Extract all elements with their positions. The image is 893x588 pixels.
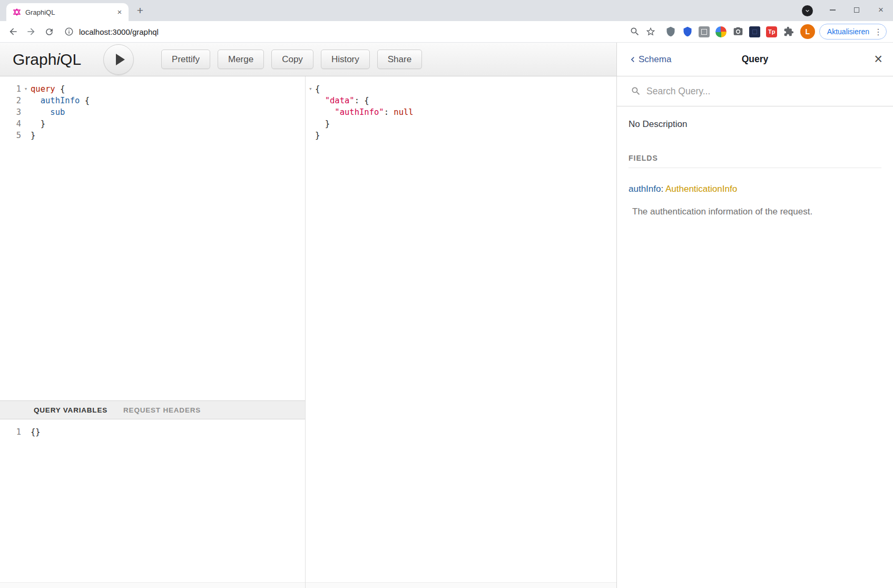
doc-close-icon[interactable]: ×	[874, 52, 882, 66]
graphiql-logo: GraphiQL	[13, 51, 81, 68]
graphql-favicon-icon	[13, 8, 21, 16]
doc-search-input[interactable]	[646, 86, 882, 97]
code-line: 2 authInfo {	[0, 95, 305, 106]
variables-editor[interactable]: 1 {}	[0, 419, 305, 588]
history-button[interactable]: History	[321, 50, 370, 69]
code-line: 1▾ query {	[0, 83, 305, 95]
bookmark-star-icon[interactable]	[645, 26, 656, 37]
play-icon	[116, 54, 125, 65]
dark-extension-icon[interactable]	[748, 24, 762, 39]
variables-title-bar: QUERY VARIABLES REQUEST HEADERS	[0, 400, 305, 419]
fold-arrow-icon[interactable]: ▾	[306, 83, 315, 95]
share-button[interactable]: Share	[377, 50, 422, 69]
result-viewer[interactable]: ▾ { "data": { "authInfo": null }	[306, 76, 616, 588]
tab-title: GraphiQL	[25, 8, 111, 16]
code-line: }	[306, 130, 616, 141]
horizontal-scrollbar[interactable]	[0, 582, 305, 588]
code-line: "authInfo": null	[306, 106, 616, 118]
doc-back-link[interactable]: Schema	[627, 54, 671, 65]
privacy-shield-extension-icon[interactable]	[663, 24, 678, 39]
code-line: 5 }	[0, 130, 305, 141]
page-info-icon[interactable]	[64, 27, 74, 36]
back-icon[interactable]	[4, 23, 22, 41]
code-line: 3 sub	[0, 106, 305, 118]
extensions-row: Tp	[662, 24, 797, 39]
code-line: "data": {	[306, 95, 616, 106]
doc-explorer-body: No Description FIELDS authInfo: Authenti…	[617, 106, 893, 217]
prettify-button[interactable]: Prettify	[161, 50, 210, 69]
chevron-left-icon	[627, 54, 638, 65]
code-line: 4 }	[0, 118, 305, 130]
no-description-text: No Description	[629, 119, 881, 130]
field-description: The authentication information of the re…	[629, 207, 881, 217]
reload-icon[interactable]	[40, 23, 58, 41]
tab-query-variables[interactable]: QUERY VARIABLES	[34, 406, 107, 414]
browser-tab-graphiql[interactable]: GraphiQL ×	[6, 3, 129, 21]
doc-explorer: Schema Query × No Description FIELDS aut…	[616, 43, 893, 588]
field-name-link[interactable]: authInfo	[629, 184, 661, 194]
window-minimize-button[interactable]	[820, 0, 845, 20]
fields-section-header: FIELDS	[629, 154, 881, 168]
graphiql-toolbar: GraphiQL Prettify Merge Copy History Sha…	[0, 43, 616, 76]
fold-arrow-icon[interactable]: ▾	[21, 83, 31, 95]
colorwheel-extension-icon[interactable]	[714, 24, 729, 39]
doc-field-authinfo: authInfo: AuthenticationInfo	[629, 184, 881, 194]
browser-tab-strip: GraphiQL × + ×	[0, 0, 893, 21]
new-tab-button[interactable]: +	[133, 4, 148, 18]
tab-close-icon[interactable]: ×	[115, 7, 124, 17]
execute-button[interactable]	[103, 44, 134, 75]
update-button[interactable]: Aktualisieren ⋮	[819, 24, 887, 40]
profile-avatar[interactable]: L	[800, 24, 815, 39]
browser-window: GraphiQL × + × localhost:3000/graphql	[0, 0, 893, 588]
extensions-puzzle-icon[interactable]	[781, 24, 796, 39]
omnibox[interactable]: localhost:3000/graphql	[58, 23, 662, 41]
tab-search-icon[interactable]	[802, 5, 813, 16]
code-line: ▾ {	[306, 83, 616, 95]
update-button-label: Aktualisieren	[827, 27, 869, 36]
code-line: 1 {}	[0, 426, 305, 438]
doc-search-bar	[617, 76, 893, 106]
doc-back-label: Schema	[639, 54, 671, 65]
tab-request-headers[interactable]: REQUEST HEADERS	[123, 406, 201, 414]
search-icon	[631, 86, 641, 96]
forward-icon[interactable]	[22, 23, 40, 41]
browser-menu-icon[interactable]: ⋮	[874, 27, 883, 37]
browser-navbar: localhost:3000/graphql Tp	[0, 21, 893, 43]
code-line: }	[306, 118, 616, 130]
window-close-button[interactable]: ×	[869, 0, 893, 20]
graphiql-app: GraphiQL Prettify Merge Copy History Sha…	[0, 43, 616, 588]
query-column: 1▾ query { 2 authInfo { 3 sub 4	[0, 76, 306, 588]
tp-extension-icon[interactable]: Tp	[764, 24, 779, 39]
camera-extension-icon[interactable]	[731, 24, 745, 39]
copy-button[interactable]: Copy	[271, 50, 313, 69]
query-editor[interactable]: 1▾ query { 2 authInfo { 3 sub 4	[0, 76, 305, 400]
zoom-icon[interactable]	[630, 26, 640, 37]
url-text: localhost:3000/graphql	[79, 27, 159, 36]
doc-explorer-header: Schema Query ×	[617, 43, 893, 76]
window-maximize-button[interactable]	[845, 0, 869, 20]
merge-button[interactable]: Merge	[218, 50, 264, 69]
field-type-link[interactable]: AuthenticationInfo	[665, 184, 737, 194]
blue-shield-extension-icon[interactable]	[680, 24, 695, 39]
horizontal-scrollbar[interactable]	[306, 582, 616, 588]
gray-extension-icon[interactable]	[697, 24, 712, 39]
